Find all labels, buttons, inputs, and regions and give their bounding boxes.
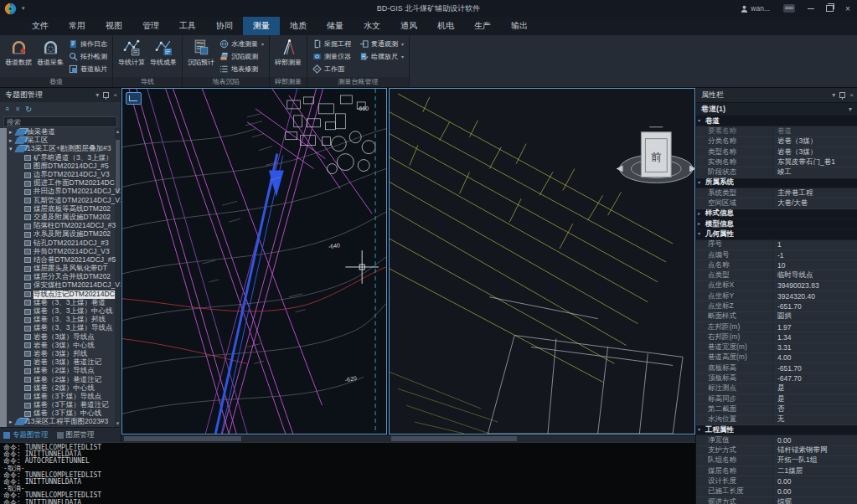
tree-item[interactable]: 煤巷（3、3上煤）巷道 bbox=[8, 299, 121, 307]
property-row[interactable]: 底板标高 -651.70 bbox=[696, 363, 857, 373]
horizontal-scrollbar[interactable] bbox=[121, 435, 695, 442]
menu-tab[interactable]: 生产 bbox=[464, 17, 501, 35]
tree-item[interactable]: 抽采巷道 bbox=[8, 128, 121, 136]
property-row[interactable]: 标高同步 是 bbox=[696, 394, 857, 404]
tree-item[interactable]: 保安煤柱DTM20214DCJ_V3 bbox=[8, 281, 121, 290]
expand-all-icon[interactable]: « bbox=[13, 106, 22, 111]
tree-item[interactable]: 煤巷（3下煤）巷道注记 bbox=[8, 401, 121, 409]
menu-tab[interactable]: 通风 bbox=[390, 17, 427, 35]
property-row[interactable]: 掘进方式 综掘 bbox=[696, 497, 857, 504]
menu-tab[interactable]: 储量 bbox=[317, 17, 354, 35]
waistline-setout-button[interactable]: 给腰放尺 bbox=[358, 50, 405, 63]
tree-item[interactable]: 结合巷DTM20214DCJ_#5 bbox=[8, 256, 121, 265]
menu-tab[interactable]: 水文 bbox=[354, 17, 390, 35]
property-row[interactable]: 几何属性 bbox=[696, 229, 857, 239]
property-row[interactable]: 点坐标Z -651.70 bbox=[696, 301, 857, 311]
property-row[interactable]: 模型信息 bbox=[696, 219, 857, 229]
menu-tab[interactable]: 管理 bbox=[132, 17, 169, 35]
roadway-data-button[interactable]: 巷道数据 bbox=[3, 38, 34, 68]
property-row[interactable]: 分类名称 岩巷（3煤） bbox=[696, 137, 857, 147]
property-row[interactable]: 点编号 -1 bbox=[696, 250, 857, 260]
property-row[interactable]: 系统类型 主井巷工程 bbox=[696, 188, 857, 198]
property-row[interactable]: 支护方式 锚杆锚索钢带网 bbox=[696, 446, 857, 456]
command-log[interactable]: 命令: TUNNELCOMPLETEDLIST 命令: INITTUNNELDA… bbox=[0, 442, 695, 504]
tree-item[interactable]: 岩巷（3煤）巷道注记 bbox=[8, 358, 121, 367]
tree-item[interactable]: 煤巷（3下煤）中心线 bbox=[8, 409, 121, 418]
model-viewport[interactable]: 前 bbox=[389, 88, 695, 435]
viewport-axis-icon[interactable] bbox=[126, 92, 142, 105]
property-row[interactable]: 样式信息 bbox=[696, 209, 857, 219]
panel-caret-icon[interactable]: ▾ bbox=[832, 91, 835, 99]
property-row[interactable]: 队组名称 开拓一队1组 bbox=[696, 456, 857, 466]
property-row[interactable]: 水沟位置 无 bbox=[696, 415, 857, 425]
survey-instrument-button[interactable]: 测量仪器 bbox=[311, 50, 353, 63]
tree-item[interactable]: 陷落柱DTM20214DCJ_#3 bbox=[8, 222, 121, 230]
traverse-calc-button[interactable]: 导线计算 bbox=[116, 38, 147, 68]
object-selector[interactable]: 巷道(1) ▾ bbox=[696, 102, 857, 116]
property-row[interactable]: 巷道高度(m) 4.00 bbox=[696, 353, 857, 363]
tree-item[interactable]: 煤巷（3下煤）导线点 bbox=[8, 393, 121, 401]
tree-item[interactable]: 水系及附属设施DTM202 bbox=[8, 230, 121, 239]
panel-close-icon[interactable]: × bbox=[113, 91, 117, 99]
tree-item[interactable]: 煤巷（3、3上煤）导线点 bbox=[8, 324, 121, 332]
close-button[interactable]: × bbox=[839, 0, 857, 17]
property-row[interactable]: 第二截面 否 bbox=[696, 404, 857, 414]
detail-survey-button[interactable]: 碎部测量 bbox=[273, 38, 303, 68]
panel-caret-icon[interactable]: ▾ bbox=[96, 91, 99, 99]
plan-viewport[interactable]: -660 -640 -620 bbox=[121, 88, 387, 435]
menu-tab[interactable]: 测量 bbox=[243, 17, 280, 35]
tree-item[interactable]: 井筒DTM20214DCJ_V3 bbox=[8, 248, 121, 256]
property-row[interactable]: 点坐标X 39490023.83 bbox=[696, 281, 857, 291]
property-row[interactable]: 断面样式 圆拱 bbox=[696, 312, 857, 322]
property-row[interactable]: 阶段状态 竣工 bbox=[696, 167, 857, 177]
property-row[interactable]: 类型名称 岩巷（3煤） bbox=[696, 147, 857, 157]
tree-item[interactable]: 掘进工作面DTM20214DC bbox=[8, 179, 121, 188]
menu-tab[interactable]: 视图 bbox=[96, 17, 132, 35]
tree-item[interactable]: 边界DTM20214DCJ_V3 bbox=[8, 171, 121, 179]
tree-item[interactable]: 煤巷（2煤）巷道注记 bbox=[8, 375, 121, 383]
property-row[interactable]: 空间区域 大巷/大巷 bbox=[696, 198, 857, 208]
scrollbar-thumb[interactable] bbox=[391, 436, 517, 441]
user-account[interactable]: wan... bbox=[734, 4, 777, 13]
panel-close-icon[interactable]: × bbox=[849, 91, 854, 99]
menu-tab[interactable]: 工具 bbox=[169, 17, 206, 35]
property-row[interactable]: 右邦距(m) 1.34 bbox=[696, 332, 857, 342]
property-row[interactable]: 设计长度 0.00 bbox=[696, 476, 857, 486]
collapse-all-icon[interactable]: « bbox=[3, 106, 12, 111]
subsidence-observe-button[interactable]: 沉陷观测 bbox=[218, 50, 266, 63]
panel-tab[interactable]: 图层管理 bbox=[57, 430, 95, 440]
restore-button[interactable] bbox=[820, 0, 839, 17]
search-input[interactable] bbox=[3, 116, 117, 127]
tree-item[interactable]: 煤巷（3、3上煤）中心线 bbox=[8, 307, 121, 316]
tree-item[interactable]: 煤层底板等高线DTM202 bbox=[8, 205, 121, 213]
surface-revise-button[interactable]: 地表修测 bbox=[218, 63, 266, 75]
level-survey-button[interactable]: 水准测量 bbox=[218, 38, 266, 50]
menu-tab[interactable]: 常用 bbox=[59, 17, 96, 35]
tree-item[interactable]: 煤巷（2煤）中心线 bbox=[8, 384, 121, 393]
working-face-button[interactable]: 工作面 bbox=[311, 63, 353, 75]
property-row[interactable]: 所属系统 bbox=[696, 178, 857, 188]
property-row[interactable]: 巷道 bbox=[696, 116, 857, 126]
pin-icon[interactable] bbox=[839, 92, 845, 98]
property-row[interactable]: 左邦距(m) 1.97 bbox=[696, 322, 857, 332]
roadway-patch-button[interactable]: 巷道贴片 bbox=[67, 63, 109, 75]
property-row[interactable]: 序号 1 bbox=[696, 240, 857, 250]
operation-log-button[interactable]: 操作日志 bbox=[67, 38, 109, 50]
property-row[interactable]: 点名称 10 bbox=[696, 260, 857, 270]
traverse-result-button[interactable]: 导线成果 bbox=[148, 38, 178, 68]
scrollbar-thumb[interactable] bbox=[124, 436, 241, 441]
property-row[interactable]: 点类型 临时导线点 bbox=[696, 270, 857, 280]
property-row[interactable]: 要素名称 巷道 bbox=[696, 126, 857, 136]
tree-item[interactable]: 矿界暗通道（3、3上煤） bbox=[8, 154, 121, 162]
tree-item[interactable]: 煤巷（2煤）导线点 bbox=[8, 367, 121, 375]
tree-item[interactable]: 导线点注记DTM20214DC bbox=[8, 291, 121, 299]
property-row[interactable]: 标注测点 是 bbox=[696, 384, 857, 394]
menu-tab[interactable]: 输出 bbox=[501, 17, 538, 35]
property-row[interactable]: 工程属性 bbox=[696, 425, 857, 435]
tree-item[interactable]: 岩巷（3煤）邦线 bbox=[8, 350, 121, 358]
tree-item[interactable]: 13采工区+勘测图层叠加#3 bbox=[8, 145, 121, 153]
tree-item[interactable]: 13采区工程平面图2023#3 bbox=[8, 418, 121, 426]
tree-item[interactable]: 岩巷（3煤）导线点 bbox=[8, 333, 121, 342]
menu-tab[interactable]: 机电 bbox=[427, 17, 464, 35]
tree-item[interactable]: 交通及附属设施DTM202 bbox=[8, 213, 121, 222]
